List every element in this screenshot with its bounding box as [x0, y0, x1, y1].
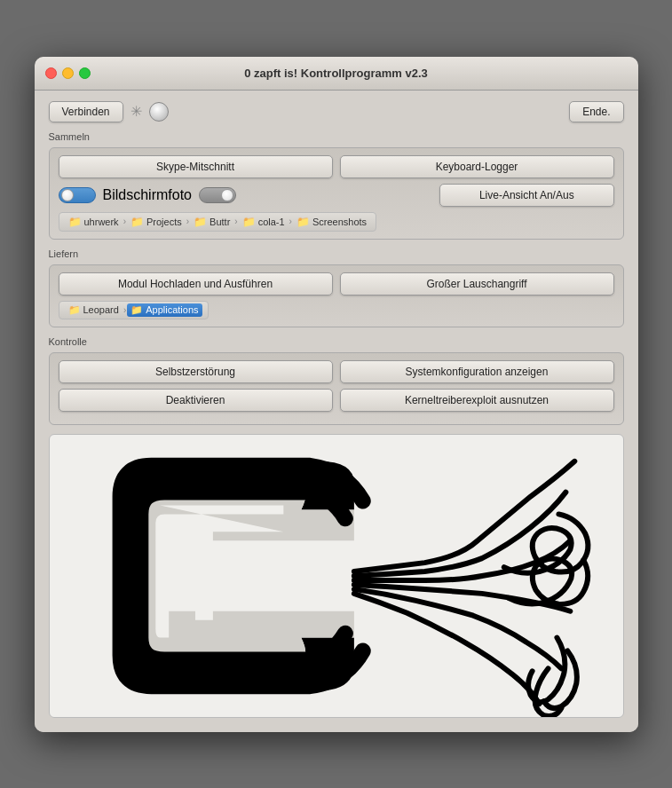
breadcrumb-item-4: 📁 Screenshots	[293, 215, 370, 229]
breadcrumb-sep-2: ›	[234, 217, 237, 226]
window-title: 0 zapft is! Kontrollprogramm v2.3	[244, 67, 428, 80]
liefern-path-text-1: Applications	[146, 304, 198, 315]
kontrolle-label: Kontrolle	[49, 336, 624, 347]
window-content: Verbinden ✳ Ende. Sammeln Skype-Mitschni…	[35, 91, 638, 732]
end-button[interactable]: Ende.	[569, 101, 623, 122]
breadcrumb-text-1: Projects	[146, 217, 182, 227]
sammeln-row-1: Skype-Mitschnitt Keyboard-Logger	[59, 155, 614, 178]
sammeln-section: Sammeln Skype-Mitschnitt Keyboard-Logger…	[49, 131, 624, 240]
kontrolle-row-2: Deaktivieren Kerneltreiberexploit ausnut…	[59, 389, 614, 412]
liefern-folder-icon-1: 📁	[130, 304, 143, 316]
top-left: Verbinden ✳	[49, 101, 169, 122]
minimize-button[interactable]	[62, 67, 74, 79]
canvas-svg	[50, 435, 623, 717]
sammeln-box: Skype-Mitschnitt Keyboard-Logger Bildsch…	[49, 147, 624, 240]
folder-icon-0: 📁	[68, 216, 82, 228]
liefern-box: Modul Hochladen und Ausführen Großer Lau…	[49, 264, 624, 327]
screenshot-row: Bildschirmfoto Live-Ansicht An/Aus	[59, 184, 614, 207]
keyboard-button[interactable]: Keyboard-Logger	[340, 155, 614, 178]
liefern-path-text-0: Leopard	[83, 304, 119, 315]
folder-icon-3: 📁	[242, 216, 256, 228]
breadcrumb-text-2: Buttr	[210, 217, 230, 227]
kernel-button[interactable]: Kerneltreiberexploit ausnutzen	[340, 389, 614, 412]
liefern-breadcrumb[interactable]: 📁 Leopard › 📁 Applications	[59, 301, 209, 319]
liefern-section: Liefern Modul Hochladen und Ausführen Gr…	[49, 248, 624, 327]
screenshot-label: Bildschirmfoto	[103, 187, 192, 203]
system-button[interactable]: Systemkonfiguration anzeigen	[340, 360, 614, 383]
breadcrumb-text-0: uhrwerk	[84, 217, 119, 227]
selbst-button[interactable]: Selbstzerstörung	[59, 360, 333, 383]
liefern-path-1: 📁 Applications	[127, 303, 202, 317]
close-button[interactable]	[45, 67, 57, 79]
connect-button[interactable]: Verbinden	[49, 101, 123, 122]
sammeln-label: Sammeln	[49, 131, 624, 142]
breadcrumb-sep-0: ›	[123, 217, 126, 226]
breadcrumb-sep-1: ›	[186, 217, 189, 226]
maximize-button[interactable]	[79, 67, 91, 79]
toggle-knob-on	[61, 189, 74, 201]
breadcrumb-item-3: 📁 cola-1	[239, 215, 289, 229]
top-bar: Verbinden ✳ Ende.	[49, 101, 624, 122]
titlebar: 0 zapft is! Kontrollprogramm v2.3	[35, 57, 638, 91]
breadcrumb-item-2: 📁 Buttr	[190, 215, 233, 229]
folder-icon-1: 📁	[130, 216, 144, 228]
spinner-icon: ✳	[130, 103, 142, 120]
lausch-button[interactable]: Großer Lauschangriff	[340, 272, 614, 296]
upload-button[interactable]: Modul Hochladen und Ausführen	[59, 272, 333, 296]
breadcrumb-text-4: Screenshots	[312, 217, 367, 227]
kontrolle-row-1: Selbstzerstörung Systemkonfiguration anz…	[59, 360, 614, 383]
kontrolle-section: Kontrolle Selbstzerstörung Systemkonfigu…	[49, 336, 624, 425]
breadcrumb-text-3: cola-1	[258, 217, 285, 227]
folder-icon-2: 📁	[194, 216, 207, 228]
liefern-sep: ›	[123, 305, 126, 315]
screenshot-toggle-on[interactable]	[59, 187, 96, 203]
liefern-label: Liefern	[49, 248, 624, 259]
kontrolle-box: Selbstzerstörung Systemkonfiguration anz…	[49, 352, 624, 425]
status-indicator	[149, 102, 169, 122]
main-window: 0 zapft is! Kontrollprogramm v2.3 Verbin…	[35, 57, 638, 732]
liefern-row-1: Modul Hochladen und Ausführen Großer Lau…	[59, 272, 614, 296]
skype-button[interactable]: Skype-Mitschnitt	[59, 155, 333, 178]
breadcrumb-item-0: 📁 uhrwerk	[65, 215, 123, 229]
live-button[interactable]: Live-Ansicht An/Aus	[439, 184, 613, 207]
screenshot-toggle-off[interactable]	[199, 187, 236, 203]
drawing-canvas	[49, 434, 624, 718]
deakt-button[interactable]: Deaktivieren	[59, 389, 333, 412]
breadcrumb-sep-3: ›	[289, 217, 292, 226]
liefern-path-0: 📁 Leopard	[65, 303, 123, 317]
folder-icon-4: 📁	[296, 216, 310, 228]
breadcrumb-item-1: 📁 Projects	[127, 215, 186, 229]
liefern-folder-icon-0: 📁	[68, 304, 81, 316]
sammeln-breadcrumb[interactable]: 📁 uhrwerk › 📁 Projects › 📁 Buttr ›	[59, 212, 377, 232]
toggle-knob-off	[221, 189, 233, 201]
traffic-lights	[45, 67, 91, 79]
